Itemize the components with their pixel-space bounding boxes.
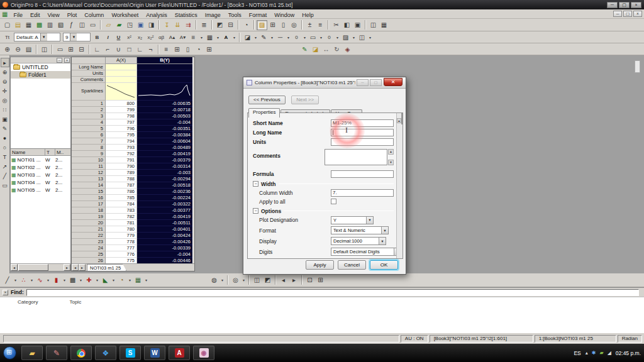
sheet-tab[interactable]: NOTI03 m1 25: [87, 264, 126, 271]
stock-plot-dropdown-icon[interactable]: ▾: [94, 275, 100, 285]
fill-color[interactable]: ◪: [242, 32, 253, 42]
cell-b[interactable]: -0.00604: [137, 138, 192, 145]
unmask-range-tool[interactable]: ○: [1, 143, 9, 152]
taskbar-word[interactable]: W: [144, 346, 165, 360]
cell-a[interactable]: 776: [106, 251, 137, 258]
axis-corner-right[interactable]: ¬: [145, 44, 156, 54]
command-window[interactable]: ◎: [289, 20, 299, 30]
cell-a[interactable]: 795: [106, 132, 137, 138]
mask-range-tool[interactable]: ●: [1, 133, 9, 143]
row-number[interactable]: 21: [72, 226, 106, 233]
reorder-front[interactable]: ◫: [252, 275, 262, 285]
scroll-right-icon[interactable]: ▸: [64, 264, 70, 271]
line-plot-dropdown-icon[interactable]: ▾: [13, 275, 18, 285]
cell-b[interactable]: -0.00322: [137, 201, 192, 207]
data-selector-tool[interactable]: ∷: [1, 105, 9, 114]
sparkline-a[interactable]: [106, 83, 137, 101]
cell-b[interactable]: -0.00424: [137, 233, 192, 239]
italic[interactable]: I: [103, 32, 113, 42]
superscript[interactable]: x²: [124, 32, 135, 42]
cell-b[interactable]: -0.00489: [137, 145, 192, 151]
pie-chart[interactable]: ◔: [116, 275, 127, 285]
font-color-dropdown-icon[interactable]: ▾: [231, 32, 237, 42]
line-symbol-plot-dropdown-icon[interactable]: ▾: [45, 275, 51, 285]
fill-pattern-dropdown-icon[interactable]: ▾: [351, 32, 357, 42]
font-name-caret-icon[interactable]: ▼: [40, 33, 47, 41]
import-wizard[interactable]: ↧: [162, 20, 172, 30]
zoom-in-page[interactable]: ⊕: [2, 44, 13, 54]
cell-b[interactable]: -0.00294: [137, 176, 192, 182]
swap-right[interactable]: ▸: [289, 275, 299, 285]
file-row[interactable]: ▦NOTI05 ...W2...: [11, 186, 70, 194]
menu-image[interactable]: Image: [201, 11, 225, 19]
font-size-caret-icon[interactable]: ▼: [70, 33, 77, 41]
file-row[interactable]: ▦NOTI03 ...W2...: [11, 171, 70, 178]
workspace-scrollbar-stub[interactable]: [635, 60, 640, 73]
previous-button[interactable]: << Previous: [248, 96, 286, 104]
script-window[interactable]: ▯: [278, 20, 289, 30]
swap-left[interactable]: ◂: [278, 275, 289, 285]
border-style[interactable]: ▭: [308, 32, 318, 42]
short-name-input[interactable]: M1-25%: [331, 119, 394, 127]
add-inset-data[interactable]: ▯: [182, 44, 193, 54]
dialog-maximize-button[interactable]: ▢: [370, 79, 382, 86]
scroll-left-icon[interactable]: ◂: [11, 264, 18, 271]
file-list-header-type[interactable]: T: [45, 149, 55, 155]
cell-a[interactable]: 789: [106, 170, 137, 176]
merge-display[interactable]: ▦: [204, 32, 215, 42]
row-number[interactable]: 18: [72, 207, 106, 214]
menu-format[interactable]: Format: [245, 11, 271, 19]
new-matrix[interactable]: ▧: [55, 20, 66, 30]
clock[interactable]: 02:45 p.m.: [616, 350, 641, 356]
copy[interactable]: ◧: [341, 20, 352, 30]
label-cell-a[interactable]: [106, 70, 137, 77]
label-cell-b[interactable]: [137, 64, 192, 70]
import-ascii[interactable]: ⇊: [172, 20, 183, 30]
dialog-tab-properties[interactable]: Properties: [248, 108, 280, 118]
float-window[interactable]: ▦: [379, 20, 389, 30]
bold[interactable]: B: [92, 32, 103, 42]
tree-item-untitled[interactable]: UNTITLED: [11, 63, 70, 71]
menu-analysis[interactable]: Analysis: [142, 11, 171, 19]
template-library-dropdown-icon[interactable]: ▾: [143, 275, 149, 285]
split-worksheet[interactable]: ⊞: [65, 44, 76, 54]
file-list-header-modified[interactable]: M..: [55, 149, 70, 155]
data-reader-tool[interactable]: ◎: [1, 96, 9, 105]
apply-to-all-checkbox[interactable]: [331, 199, 336, 204]
tray-expand-icon[interactable]: ▴: [586, 350, 588, 356]
label-row-header[interactable]: Units: [72, 70, 106, 77]
taskbar-media-app[interactable]: ◉: [193, 346, 214, 360]
arrow-tool[interactable]: ↗: [1, 162, 9, 171]
dialog-scrollbar[interactable]: ▲ ▼: [396, 113, 402, 258]
image-plot-dropdown-icon[interactable]: ▾: [78, 275, 84, 285]
column-width-input[interactable]: 7.: [331, 189, 394, 197]
merge-cells[interactable]: ▭: [55, 44, 65, 54]
underline[interactable]: U: [113, 32, 124, 42]
label-cell-a[interactable]: [106, 77, 137, 83]
taskbar-skype[interactable]: S: [119, 346, 141, 360]
pie-chart-dropdown-icon[interactable]: ▾: [127, 275, 133, 285]
add-table[interactable]: ⊞: [204, 44, 214, 54]
find-close-icon[interactable]: ×: [3, 290, 8, 295]
layer-contents[interactable]: ⊟: [76, 44, 87, 54]
cell-b[interactable]: -0.00224: [137, 195, 192, 201]
menu-help[interactable]: Help: [298, 11, 318, 19]
display-select[interactable]: Decimal:1000 ▼: [331, 237, 386, 245]
tab-scroll-left-icon[interactable]: ◂: [72, 264, 79, 271]
decrease-font[interactable]: A▾: [177, 32, 188, 42]
row-number[interactable]: 5: [72, 126, 106, 132]
cell-b[interactable]: -0.00377: [137, 207, 192, 214]
file-row[interactable]: ▦NOTI02 ...W2...: [11, 163, 70, 171]
border-style-dropdown-icon[interactable]: ▾: [318, 32, 324, 42]
tray-volume-icon[interactable]: ◢: [608, 350, 611, 356]
rotate-tool[interactable]: ↻: [331, 44, 342, 54]
screen-reader-btn[interactable]: ◩: [214, 20, 225, 30]
row-number[interactable]: 6: [72, 132, 106, 138]
row-number[interactable]: 1: [72, 101, 106, 107]
border-width-dropdown-icon[interactable]: ▾: [335, 32, 340, 42]
paint-tool[interactable]: ◪: [310, 44, 321, 54]
print[interactable]: ≣: [199, 20, 209, 30]
subscript[interactable]: x₂: [135, 32, 145, 42]
label-cell-b[interactable]: [137, 70, 192, 77]
format-select[interactable]: Text & Numeric ▼: [331, 226, 389, 234]
